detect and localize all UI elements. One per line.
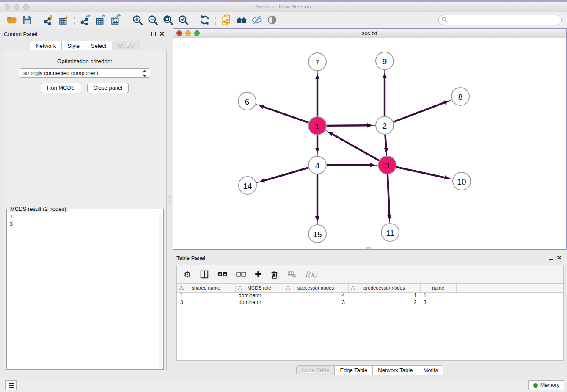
unchecked-boxes-icon (236, 271, 246, 277)
cell-shared-name[interactable]: 1 (177, 292, 235, 299)
cell-predecessor-nodes[interactable]: 2 (348, 299, 420, 306)
network-view-window: × − + scc.txt 1234678910111415 (173, 28, 567, 250)
columns-icon (200, 270, 209, 279)
tab-node-table[interactable]: Node Table (296, 365, 335, 375)
tab-edge-table[interactable]: Edge Table (335, 365, 373, 375)
column-header-shared-name[interactable]: shared name (177, 284, 235, 292)
table-row[interactable]: 1 dominator 4 1 1 (177, 292, 563, 299)
main-toolbar (0, 12, 567, 28)
cell-name[interactable]: 1 (420, 292, 456, 299)
graph-node-label-9: 9 (383, 57, 387, 66)
export-network-button[interactable] (78, 14, 93, 26)
zoom-out-button[interactable] (145, 14, 160, 26)
memory-status-icon (533, 383, 538, 388)
export-table-button[interactable] (93, 14, 108, 26)
cell-mcds-role[interactable]: dominator (235, 299, 283, 306)
graph-arrowhead (443, 101, 449, 105)
save-icon (22, 14, 33, 25)
float-panel-icon[interactable] (151, 32, 156, 36)
column-header-filler (456, 284, 563, 292)
save-session-button[interactable] (19, 14, 35, 26)
graph-edge-1-6[interactable] (264, 107, 309, 123)
toolbar-separator (127, 14, 127, 26)
canvas-resize-grip[interactable] (366, 247, 371, 249)
show-graphics-details-button[interactable] (264, 14, 280, 26)
hide-graphics-details-button[interactable] (249, 14, 264, 26)
toolbar-separator (74, 14, 75, 26)
select-all-button[interactable] (217, 268, 228, 281)
graph-node-label-14: 14 (243, 182, 252, 190)
table-toolbar: ⚙ + f(x) (177, 265, 563, 284)
contrast-eye-icon (267, 14, 278, 25)
column-header-mcds-role[interactable]: MCDS role (235, 284, 283, 292)
cell-mcds-role[interactable]: dominator (235, 292, 283, 299)
apply-layout-button[interactable] (197, 14, 212, 26)
graph-edge-3-11[interactable] (388, 174, 389, 215)
search-icon (442, 17, 448, 23)
cell-name[interactable]: 3 (420, 299, 456, 306)
home-button[interactable] (234, 14, 249, 26)
delete-table-icon (287, 270, 297, 279)
table-row[interactable]: 3 dominator 3 2 3 (177, 299, 563, 306)
network-canvas[interactable]: 1234678910111415 (173, 38, 566, 249)
column-header-name[interactable]: name (420, 284, 456, 292)
graph-edge-1-2[interactable] (327, 125, 367, 126)
tab-motifs[interactable]: Motifs (418, 365, 443, 375)
mcds-result-text[interactable]: 1 3 (8, 213, 159, 368)
eye-slash-icon (251, 14, 262, 25)
create-column-button[interactable]: + (255, 268, 261, 281)
close-table-panel-icon[interactable]: ✕ (556, 256, 562, 260)
zoom-selected-button[interactable] (176, 14, 191, 26)
table-settings-gear-icon[interactable]: ⚙ (184, 268, 191, 281)
cell-successor-nodes[interactable]: 4 (283, 292, 348, 299)
cell-predecessor-nodes[interactable]: 1 (348, 292, 420, 299)
run-mcds-button[interactable]: Run MCDS (41, 83, 81, 93)
toolbar-separator (215, 14, 216, 26)
column-header-successor-nodes[interactable]: successor nodes (283, 284, 348, 292)
graph-arrowhead (258, 105, 264, 109)
import-table-button[interactable] (56, 14, 72, 26)
delete-column-button[interactable] (270, 268, 279, 281)
close-panel-button[interactable]: Close panel (87, 83, 129, 93)
zoom-in-button[interactable] (130, 14, 145, 26)
function-builder-button: f(x) (305, 268, 317, 281)
trash-icon (270, 270, 279, 279)
result-scrollbar[interactable] (159, 213, 162, 368)
attribute-icon (238, 286, 242, 290)
memory-button[interactable]: Memory (528, 380, 564, 390)
share-document-button[interactable] (219, 14, 234, 26)
criterion-select[interactable]: strongly connected component (19, 68, 150, 78)
import-table-icon (58, 14, 69, 25)
deselect-all-button[interactable] (236, 268, 246, 281)
close-panel-icon[interactable]: ✕ (159, 32, 165, 36)
import-network-button[interactable] (41, 14, 56, 26)
graph-edge-2-8[interactable] (394, 103, 444, 122)
graph-arrowhead (315, 216, 319, 222)
graph-edge-3-10[interactable] (396, 167, 445, 178)
zoom-fit-button[interactable] (160, 14, 176, 26)
float-table-panel-icon[interactable] (549, 256, 553, 260)
graph-arrowhead (383, 73, 387, 78)
graph-edge-4-14[interactable] (264, 168, 308, 180)
column-header-predecessor-nodes[interactable]: predecessor nodes (348, 284, 420, 292)
zoom-selected-icon (178, 14, 189, 25)
cell-successor-nodes[interactable]: 3 (283, 299, 348, 306)
export-image-button[interactable] (108, 14, 124, 26)
homes-icon (236, 14, 247, 25)
open-folder-icon (6, 14, 17, 25)
node-table: shared name MCDS role successor nodes pr… (177, 284, 563, 306)
cell-shared-name[interactable]: 3 (177, 299, 235, 306)
search-input[interactable] (438, 15, 562, 25)
open-session-button[interactable] (4, 14, 19, 26)
show-columns-button[interactable] (200, 268, 209, 281)
app-titlebar: Session: New Session (0, 2, 567, 12)
show-task-history-button[interactable] (5, 380, 17, 390)
attribute-icon (179, 286, 184, 290)
panel-splitter-handle[interactable] (169, 196, 171, 204)
graph-node-label-1: 1 (315, 122, 320, 131)
import-network-icon (43, 14, 54, 25)
graph-edge-3-1[interactable] (333, 134, 379, 160)
graph-edge-2-3[interactable] (385, 135, 386, 148)
network-graph[interactable]: 1234678910111415 (173, 38, 566, 249)
tab-network-table[interactable]: Network Table (373, 365, 418, 375)
